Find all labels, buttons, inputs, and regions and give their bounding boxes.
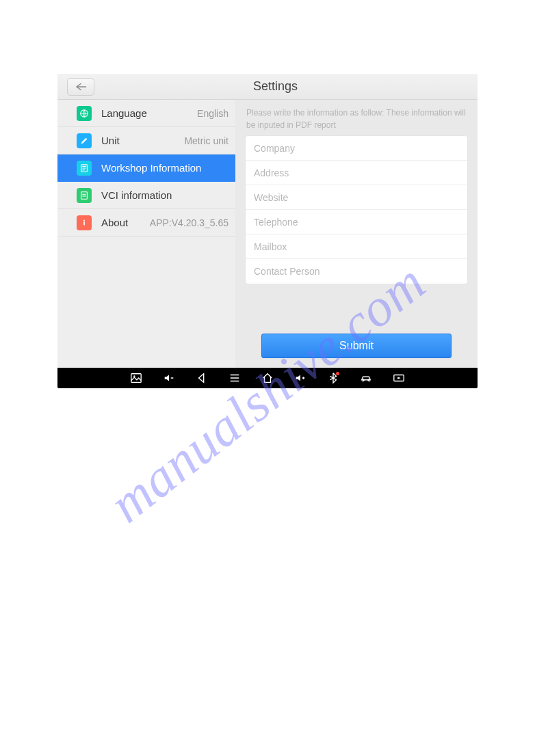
bluetooth-status-dot — [336, 372, 339, 375]
field-mailbox — [246, 234, 467, 259]
system-navbar — [57, 368, 478, 388]
field-website — [246, 185, 467, 210]
address-input[interactable] — [254, 167, 459, 178]
bluetooth-icon[interactable] — [326, 371, 340, 385]
form-icon — [77, 161, 92, 176]
form-hint: Please write the information as follow: … — [245, 107, 468, 135]
field-contact-person — [246, 259, 467, 284]
svg-point-3 — [83, 219, 85, 221]
sidebar-item-label: Language — [101, 107, 197, 119]
field-company — [246, 136, 467, 161]
field-telephone — [246, 210, 467, 234]
telephone-input[interactable] — [254, 217, 459, 228]
sidebar-item-label: Workshop Information — [101, 162, 229, 174]
page-title: Settings — [253, 79, 298, 94]
sidebar-item-label: VCI information — [101, 189, 229, 201]
sidebar-item-unit[interactable]: Unit Metric unit — [57, 127, 235, 154]
mailbox-input[interactable] — [254, 241, 459, 252]
back-icon — [75, 82, 87, 92]
field-address — [246, 161, 467, 185]
svg-point-6 — [133, 375, 135, 377]
sidebar-item-value: APP:V4.20.3_5.65 — [150, 217, 229, 228]
sidebar-item-vci-information[interactable]: VCI information — [57, 182, 235, 209]
submit-button[interactable]: Submit — [261, 334, 452, 358]
svg-rect-5 — [131, 374, 141, 383]
sidebar-item-label: About — [101, 217, 150, 228]
sidebar-item-value: Metric unit — [184, 135, 229, 146]
sidebar-item-value: English — [197, 108, 229, 119]
sidebar-item-workshop-information[interactable]: Workshop Information — [57, 154, 235, 182]
sidebar-item-label: Unit — [101, 135, 184, 146]
submit-wrap: Submit — [245, 284, 468, 368]
website-input[interactable] — [254, 192, 459, 203]
car-icon[interactable] — [359, 371, 373, 385]
svg-rect-2 — [81, 191, 88, 199]
pencil-icon — [77, 133, 92, 148]
sidebar-item-about[interactable]: About APP:V4.20.3_5.65 — [57, 209, 235, 237]
workshop-form — [245, 135, 468, 284]
volume-up-icon[interactable] — [293, 371, 307, 385]
svg-rect-4 — [83, 221, 85, 225]
sidebar: Language English Unit Metric unit Worksh… — [57, 100, 235, 368]
main-panel: Please write the information as follow: … — [235, 100, 478, 368]
video-icon[interactable] — [392, 371, 406, 385]
gallery-icon[interactable] — [129, 371, 143, 385]
doc-icon — [77, 188, 92, 203]
device-frame: Settings Language English Unit — [57, 74, 478, 388]
menu-icon[interactable] — [228, 371, 242, 385]
sidebar-item-language[interactable]: Language English — [57, 100, 235, 127]
home-icon[interactable] — [261, 371, 274, 385]
globe-icon — [77, 106, 92, 121]
back-button[interactable] — [67, 78, 94, 96]
volume-down-icon[interactable] — [162, 371, 176, 385]
nav-back-icon[interactable] — [195, 371, 209, 385]
info-icon — [77, 215, 92, 230]
contact-person-input[interactable] — [254, 266, 459, 277]
header: Settings — [57, 74, 478, 100]
body: Language English Unit Metric unit Worksh… — [57, 100, 478, 368]
company-input[interactable] — [254, 143, 459, 154]
